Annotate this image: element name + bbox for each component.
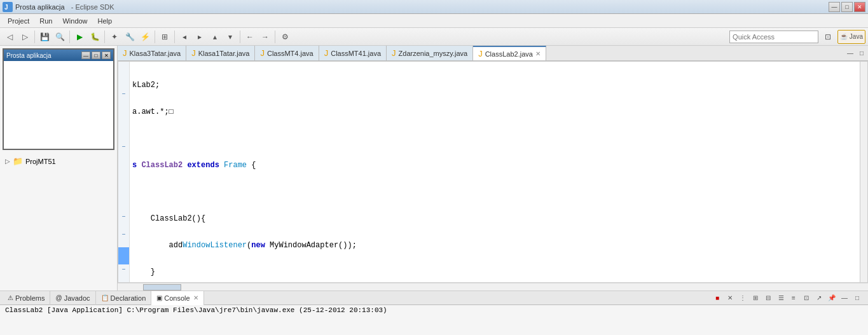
perspective-button[interactable]: ⊞ (158, 30, 172, 44)
gutter-icon-21 (118, 247, 129, 256)
declaration-icon: 📋 (101, 294, 109, 301)
misc-btn[interactable]: ⚙ (278, 30, 292, 44)
bottom-tab-javadoc[interactable]: @ Javadoc (50, 291, 95, 305)
left-panel: Prosta aplikacja — □ ✕ ▷ 📁 ProjMT51 (0, 46, 118, 291)
bottom-tab-problems[interactable]: ⚠ Problems (3, 291, 50, 305)
java-perspective-btn[interactable]: ☕ Java (837, 30, 865, 44)
project-folder-icon: 📁 (13, 156, 23, 166)
tab-label-1: Klasa1Tatar.java (198, 50, 250, 57)
app-window-btns: — □ ✕ (81, 51, 111, 59)
sep4 (155, 31, 155, 43)
line-5 (132, 188, 857, 196)
menu-project[interactable]: Project (3, 16, 34, 26)
tab-close-icon-5[interactable]: ✕ (535, 50, 541, 57)
tab-label-2: ClassMT4.java (267, 50, 313, 57)
tab-classmt41[interactable]: J ClassMT41.java (319, 46, 387, 61)
app-close-btn[interactable]: ✕ (102, 51, 111, 59)
console-btn-3[interactable]: ⋮ (737, 292, 748, 304)
bottom-tab-declaration[interactable]: 📋 Declaration (96, 291, 152, 305)
vertical-scrollbar[interactable] (860, 62, 867, 282)
console-maximize-btn[interactable]: □ (851, 292, 863, 304)
minimize-button[interactable]: — (829, 2, 840, 12)
bottom-panel: ⚠ Problems @ Javadoc 📋 Declaration ▣ Con… (0, 291, 868, 335)
nav-next[interactable]: ▸ (193, 30, 207, 44)
main-area: Prosta aplikacja — □ ✕ ▷ 📁 ProjMT51 J (0, 46, 868, 291)
gutter-icon-17: – (119, 212, 129, 221)
gutter-icon-19: – (119, 229, 129, 238)
tab-klasa1tatar[interactable]: J Klasa1Tatar.java (186, 46, 255, 61)
project-tree: ▷ 📁 ProjMT51 (0, 153, 117, 170)
menu-window[interactable]: Window (57, 16, 92, 26)
tree-item-project[interactable]: ▷ 📁 ProjMT51 (3, 155, 114, 167)
gutter-icon-18 (119, 221, 129, 229)
search-button[interactable]: 🔍 (53, 30, 67, 44)
tab-label-4: Zdarzenia_myszy.java (399, 50, 468, 57)
arrow-next[interactable]: → (258, 30, 272, 44)
tabs-bar: J Klasa3Tatar.java J Klasa1Tatar.java J … (118, 46, 868, 61)
bottom-tabs: ⚠ Problems @ Javadoc 📋 Declaration ▣ Con… (0, 291, 868, 305)
console-btn-6[interactable]: ☰ (775, 292, 787, 304)
editor-maximize-btn[interactable]: □ (857, 48, 867, 58)
gutter-icon-6 (119, 116, 129, 125)
save-button[interactable]: 💾 (38, 30, 52, 44)
horizontal-scrollbar-thumb[interactable] (143, 284, 181, 291)
editor-window-controls: — □ (844, 48, 868, 58)
bottom-tab-label-problems: Problems (15, 294, 45, 302)
tab-icon-0: J (123, 48, 127, 58)
console-stop-btn[interactable]: ■ (712, 292, 723, 304)
new-button[interactable]: ✦ (107, 30, 121, 44)
console-btn-8[interactable]: ⊡ (801, 292, 812, 304)
problems-icon: ⚠ (8, 294, 13, 301)
debug-button[interactable]: 🐛 (88, 30, 102, 44)
editor-minimize-btn[interactable]: — (845, 48, 855, 58)
nav-prev[interactable]: ◂ (177, 30, 191, 44)
gutter-icon-9: – (119, 142, 129, 151)
code-content[interactable]: kLab2; a.awt.*;□ s ClassLab2 extends Fra… (130, 62, 860, 282)
run-button[interactable]: ▶ (72, 30, 86, 44)
line-3 (132, 134, 857, 143)
nav-down[interactable]: ▾ (223, 30, 237, 44)
console-btn-5[interactable]: ⊟ (762, 292, 774, 304)
console-pin-btn[interactable]: 📌 (826, 292, 837, 304)
tab-classlab2[interactable]: J ClassLab2.java ✕ (473, 46, 546, 61)
menu-run[interactable]: Run (34, 16, 57, 26)
nav-up[interactable]: ▴ (208, 30, 222, 44)
console-toolbar: ■ ✕ ⋮ ⊞ ⊟ ☰ ≡ ⊡ ↗ 📌 — □ (709, 292, 865, 304)
tab-icon-4: J (392, 48, 396, 58)
console-minimize-btn[interactable]: — (839, 292, 850, 304)
console-tab-close[interactable]: ✕ (193, 294, 198, 301)
tab-klasa3tatar[interactable]: J Klasa3Tatar.java (118, 46, 186, 61)
sep6 (240, 31, 240, 43)
console-btn-9[interactable]: ↗ (813, 292, 825, 304)
javadoc-icon: @ (55, 294, 62, 301)
console-btn-4[interactable]: ⊞ (750, 292, 761, 304)
forward-button[interactable]: ▷ (18, 30, 32, 44)
back-button[interactable]: ◁ (3, 30, 17, 44)
tab-classmt4[interactable]: J ClassMT4.java (255, 46, 319, 61)
app-window-title: Prosta aplikacja (6, 52, 52, 59)
gutter-icon-15 (119, 195, 129, 203)
arrow-prev[interactable]: ← (243, 30, 257, 44)
app-min-btn[interactable]: — (81, 51, 90, 59)
menu-help[interactable]: Help (93, 16, 118, 26)
app-window-titlebar: Prosta aplikacja — □ ✕ (4, 50, 113, 61)
console-btn-2[interactable]: ✕ (724, 292, 736, 304)
bottom-tab-console[interactable]: ▣ Console ✕ (151, 291, 203, 305)
gutter-icon-11 (119, 160, 129, 168)
app-window-body (4, 61, 113, 149)
toolbar-btn-1[interactable]: ⚡ (138, 30, 152, 44)
close-button[interactable]: ✕ (854, 2, 865, 12)
console-btn-7[interactable]: ≡ (788, 292, 799, 304)
perspectives-btn[interactable]: ⊡ (821, 30, 835, 44)
line-2: a.awt.*;□ (132, 107, 857, 116)
sdk-title: - Eclipse SDK (71, 3, 114, 11)
code-editor[interactable]: – – – – – (118, 61, 868, 283)
title-controls: — □ ✕ (829, 2, 865, 12)
quick-access-input[interactable] (729, 31, 818, 43)
line-1: kLab2; (132, 81, 857, 90)
app-max-btn[interactable]: □ (92, 51, 100, 59)
tab-zdarzenia[interactable]: J Zdarzenia_myszy.java (387, 46, 473, 61)
build-button[interactable]: 🔧 (123, 30, 137, 44)
maximize-button[interactable]: □ (841, 2, 853, 12)
line-4: s ClassLab2 extends Frame { (132, 161, 857, 170)
